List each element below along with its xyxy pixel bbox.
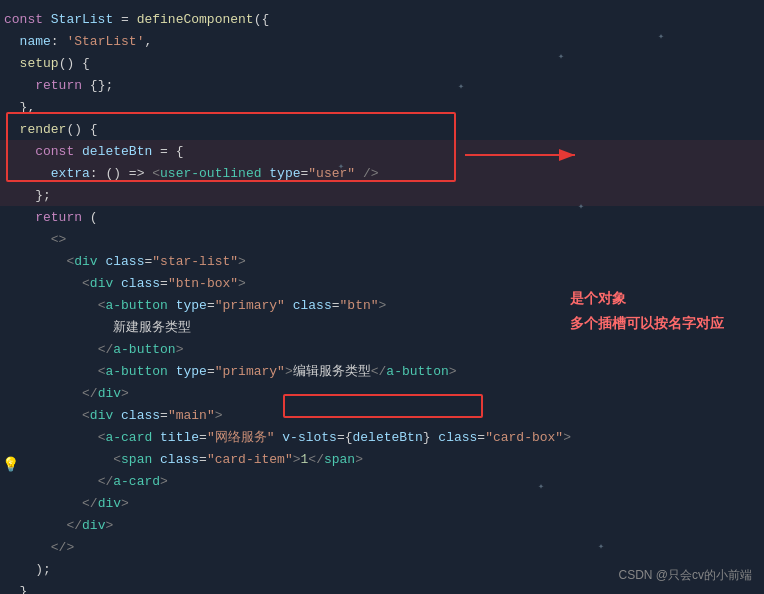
code-line-12: <div class="star-list"> <box>0 250 764 272</box>
code-line-6: render() { <box>0 118 764 140</box>
code-line-16: </a-button> <box>0 338 764 360</box>
varname-starlist: StarList <box>51 12 121 27</box>
code-line-11: <> <box>0 228 764 250</box>
code-line-13: <div class="btn-box"> <box>0 272 764 294</box>
prop-name: name <box>20 34 51 49</box>
code-line-9: }; <box>0 184 764 206</box>
code-line-24: </div> <box>0 514 764 536</box>
code-line-20: <a-card title="网络服务" v-slots={deleteBtn}… <box>0 426 764 448</box>
code-line-18: </div> <box>0 382 764 404</box>
bulb-icon: 💡 <box>2 456 19 473</box>
func-define: defineComponent <box>137 12 254 27</box>
code-line-1: const StarList = defineComponent({ <box>0 8 764 30</box>
keyword-const: const <box>4 12 51 27</box>
code-line-5: }, <box>0 96 764 118</box>
code-editor: const StarList = defineComponent({ name:… <box>0 0 764 594</box>
code-line-3: setup() { <box>0 52 764 74</box>
code-line-7: const deleteBtn = { <box>0 140 764 162</box>
code-line-17: <a-button type="primary">编辑服务类型</a-butto… <box>0 360 764 382</box>
code-line-22: </a-card> <box>0 470 764 492</box>
watermark: CSDN @只会cv的小前端 <box>618 567 752 584</box>
code-line-15: 新建服务类型 <box>0 316 764 338</box>
code-line-21: <span class="card-item">1</span> <box>0 448 764 470</box>
code-line-19: <div class="main"> <box>0 404 764 426</box>
code-line-14: <a-button type="primary" class="btn"> <box>0 294 764 316</box>
code-line-10: return ( <box>0 206 764 228</box>
code-line-4: return {}; <box>0 74 764 96</box>
code-line-8: extra: () => <user-outlined type="user" … <box>0 162 764 184</box>
code-line-25: </> <box>0 536 764 558</box>
code-line-23: </div> <box>0 492 764 514</box>
code-line-2: name: 'StarList', <box>0 30 764 52</box>
